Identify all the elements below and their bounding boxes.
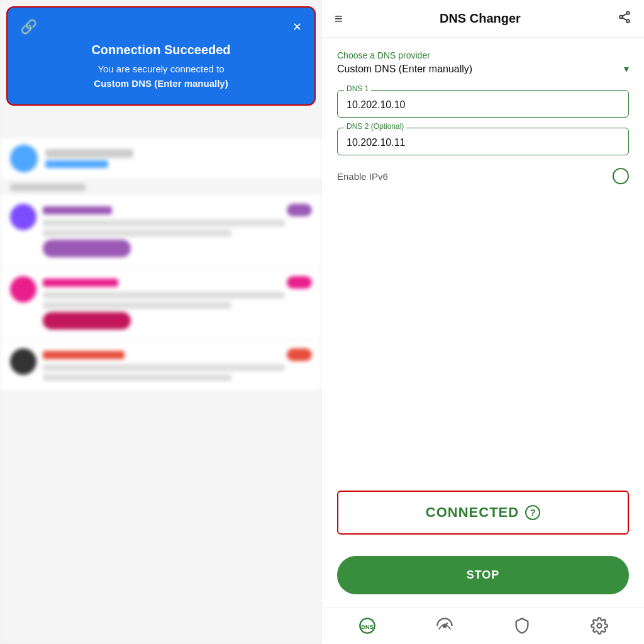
- chat-header: [0, 138, 322, 179]
- chat-item-badge: [287, 276, 312, 289]
- spacer: [337, 197, 629, 468]
- nav-item-settings[interactable]: [590, 616, 609, 635]
- help-icon[interactable]: ?: [525, 505, 540, 520]
- chat-item-msg1: [43, 292, 285, 299]
- dns1-label: DNS 1: [344, 84, 371, 93]
- notification-body-line1: You are securely connected to: [97, 64, 224, 74]
- chat-item-avatar: [10, 348, 36, 375]
- chat-avatar: [10, 145, 38, 172]
- dns1-input-group[interactable]: DNS 1 10.202.10.10: [337, 90, 629, 118]
- share-icon[interactable]: [618, 10, 631, 27]
- chat-item-avatar: [10, 276, 36, 303]
- shield-nav-icon: [513, 616, 531, 635]
- dns2-value[interactable]: 10.202.10.11: [347, 137, 619, 148]
- dns-provider-section: Choose a DNS provider Custom DNS (Enter …: [337, 50, 629, 80]
- ipv6-toggle[interactable]: [613, 168, 629, 184]
- chat-header-text: [45, 149, 133, 168]
- chat-item: [0, 340, 322, 390]
- chat-item-badge: [287, 348, 312, 361]
- chat-item-msg1: [43, 219, 285, 226]
- close-icon[interactable]: ✕: [292, 20, 302, 34]
- chat-item-msg2: [43, 302, 231, 309]
- nav-item-speed[interactable]: [435, 616, 454, 635]
- svg-text:DNS: DNS: [361, 624, 374, 630]
- speed-nav-icon: [435, 616, 454, 635]
- app-main: Choose a DNS provider Custom DNS (Enter …: [322, 38, 644, 607]
- chat-item-badge: [287, 204, 312, 216]
- chat-item-content: [43, 276, 312, 330]
- svg-point-1: [619, 16, 623, 19]
- chat-item: [0, 267, 322, 338]
- dns-nav-icon: DNS: [358, 616, 377, 635]
- dns-provider-label: Choose a DNS provider: [337, 50, 629, 60]
- chat-item-content: [43, 348, 312, 381]
- dns-provider-value: Custom DNS (Enter manually): [337, 64, 472, 75]
- ipv6-row: Enable IPv6: [337, 165, 629, 187]
- ipv6-label: Enable IPv6: [337, 171, 388, 182]
- notification-header: 🔗 ✕: [20, 19, 302, 35]
- svg-point-2: [626, 19, 630, 23]
- svg-line-3: [623, 14, 626, 16]
- chat-item-name: [43, 279, 118, 287]
- right-panel: ≡ DNS Changer Choose a DNS provider Cust…: [322, 0, 644, 644]
- bottom-nav: DNS: [322, 607, 644, 644]
- app-title: DNS Changer: [440, 11, 521, 26]
- dropdown-arrow-icon[interactable]: ▾: [624, 63, 629, 75]
- dns-provider-row[interactable]: Custom DNS (Enter manually) ▾: [337, 63, 629, 80]
- stop-button[interactable]: STOP: [337, 556, 629, 594]
- chat-item-msg2: [43, 230, 231, 236]
- chat-item-name-row: [43, 348, 312, 361]
- dns1-value[interactable]: 10.202.10.10: [347, 99, 619, 111]
- chat-item-name: [43, 206, 112, 214]
- chat-item-msg1: [43, 364, 285, 371]
- chat-sub-bar: [45, 160, 108, 168]
- svg-line-4: [623, 18, 626, 20]
- settings-nav-icon: [590, 616, 609, 635]
- connected-status-box: CONNECTED ?: [337, 491, 629, 535]
- chat-item-content: [43, 204, 312, 257]
- chat-item-name: [43, 351, 125, 359]
- chat-item-bubble: [43, 312, 131, 330]
- dns2-label: DNS 2 (Optional): [344, 122, 406, 131]
- dns2-input-group[interactable]: DNS 2 (Optional) 10.202.10.11: [337, 128, 629, 155]
- chat-item-name-row: [43, 276, 312, 289]
- notification-title: Connection Succeeded: [20, 43, 302, 57]
- app-header: ≡ DNS Changer: [322, 0, 644, 38]
- link-icon: 🔗: [20, 19, 37, 35]
- chat-item-name-row: [43, 204, 312, 216]
- left-panel: 🔗 ✕ Connection Succeeded You are securel…: [0, 0, 322, 644]
- chat-name-bar: [45, 149, 133, 158]
- chat-item: [0, 195, 322, 266]
- chat-item-bubble: [43, 240, 131, 257]
- notification-popup: 🔗 ✕ Connection Succeeded You are securel…: [6, 6, 316, 106]
- notification-body-line2: Custom DNS (Enter manually): [94, 78, 228, 89]
- chat-item-avatar: [10, 204, 36, 230]
- menu-icon[interactable]: ≡: [335, 11, 343, 27]
- chat-section-bar: [10, 184, 86, 191]
- svg-point-8: [597, 624, 601, 628]
- connected-text: CONNECTED: [426, 504, 519, 521]
- chat-item-msg2: [43, 374, 231, 381]
- nav-item-shield[interactable]: [513, 616, 531, 635]
- svg-point-0: [626, 11, 630, 14]
- nav-item-dns[interactable]: DNS: [358, 616, 377, 635]
- notification-body: You are securely connected to Custom DNS…: [20, 62, 302, 91]
